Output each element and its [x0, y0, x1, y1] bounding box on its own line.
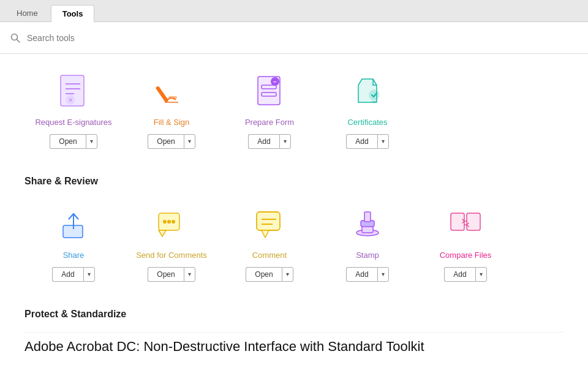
certificates-dropdown-button[interactable]: ▾	[377, 134, 389, 149]
stamp-dropdown-button[interactable]: ▾	[377, 267, 389, 282]
search-bar	[0, 22, 588, 54]
share-icon	[54, 205, 93, 244]
share-add-button[interactable]: Add	[52, 267, 83, 282]
svg-rect-24	[257, 212, 280, 230]
tab-tools[interactable]: Tools	[51, 5, 95, 22]
svg-point-23	[172, 220, 175, 224]
sendcomments-label: Send for Comments	[136, 251, 207, 261]
svg-rect-8	[156, 86, 169, 103]
svg-rect-31	[364, 212, 371, 222]
svg-rect-33	[467, 213, 480, 230]
svg-point-21	[163, 220, 167, 224]
search-icon	[10, 32, 21, 43]
share-review-tools: Share Add ▾ Send for Commen	[24, 199, 564, 290]
share-label: Share	[63, 251, 85, 261]
sendcomments-button-group: Open ▾	[148, 267, 195, 282]
comment-label: Comment	[252, 251, 287, 261]
comment-open-button[interactable]: Open	[246, 267, 281, 282]
esign-dropdown-button[interactable]: ▾	[86, 134, 97, 149]
share-dropdown-button[interactable]: ▾	[83, 267, 95, 282]
tab-bar: Home Tools	[0, 0, 588, 22]
fillsign-icon	[152, 72, 191, 111]
protect-standardize-section: Protect & Standardize	[24, 309, 564, 320]
fillsign-label: Fill & Sign	[154, 118, 190, 128]
comment-dropdown-button[interactable]: ▾	[282, 267, 293, 282]
bottom-title: Adobe Acrobat DC: Non-Destructive Interf…	[24, 332, 564, 355]
svg-text:−: −	[273, 78, 277, 85]
protect-standardize-heading: Protect & Standardize	[24, 309, 564, 320]
tool-request-esignatures: ✕ Request E-signatures Open ▾	[24, 66, 123, 157]
tool-compare-files: Compare Files Add ▾	[417, 199, 514, 290]
stamp-button-group: Add ▾	[346, 267, 388, 282]
comparefiles-label: Compare Files	[440, 251, 492, 261]
svg-text:✕: ✕	[68, 97, 73, 104]
tool-stamp: Stamp Add ▾	[318, 199, 417, 290]
comparefiles-add-button[interactable]: Add	[444, 267, 475, 282]
comparefiles-dropdown-button[interactable]: ▾	[475, 267, 487, 282]
svg-line-1	[17, 39, 20, 42]
certificates-label: Certificates	[347, 118, 387, 128]
share-review-section: Share & Review Share Add ▾	[24, 176, 564, 290]
tool-prepare-form: − Prepare Form Add ▾	[221, 66, 318, 157]
tool-comment: Comment Open ▾	[221, 199, 318, 290]
tab-home[interactable]: Home	[5, 4, 50, 21]
esign-icon: ✕	[54, 72, 93, 111]
sendcomments-open-button[interactable]: Open	[148, 267, 183, 282]
share-review-heading: Share & Review	[24, 176, 564, 187]
svg-marker-25	[262, 230, 269, 238]
esign-button-group: Open ▾	[50, 134, 97, 149]
fillsign-open-button[interactable]: Open	[148, 134, 183, 149]
esign-label: Request E-signatures	[35, 118, 111, 128]
fillsign-button-group: Open ▾	[148, 134, 195, 149]
prepareform-add-button[interactable]: Add	[248, 134, 279, 149]
svg-rect-32	[451, 213, 464, 230]
svg-marker-20	[159, 230, 166, 236]
tool-share: Share Add ▾	[24, 199, 123, 290]
certificates-button-group: Add ▾	[346, 134, 388, 149]
stamp-icon	[348, 205, 387, 244]
sendcomments-icon	[152, 205, 191, 244]
comparefiles-button-group: Add ▾	[444, 267, 486, 282]
tool-certificates: Certificates Add ▾	[318, 66, 417, 157]
prepareform-dropdown-button[interactable]: ▾	[279, 134, 291, 149]
certificates-add-button[interactable]: Add	[346, 134, 377, 149]
comment-button-group: Open ▾	[246, 267, 293, 282]
forms-signatures-section: ✕ Request E-signatures Open ▾ Fill & Sig…	[24, 66, 564, 157]
stamp-label: Stamp	[356, 251, 379, 261]
search-input[interactable]	[27, 33, 578, 43]
sendcomments-dropdown-button[interactable]: ▾	[184, 267, 195, 282]
comment-icon	[250, 205, 289, 244]
tool-send-comments: Send for Comments Open ▾	[123, 199, 221, 290]
prepareform-button-group: Add ▾	[248, 134, 290, 149]
svg-point-22	[167, 220, 171, 224]
stamp-add-button[interactable]: Add	[346, 267, 377, 282]
prepareform-icon: −	[250, 72, 289, 111]
prepareform-label: Prepare Form	[245, 118, 294, 128]
esign-open-button[interactable]: Open	[50, 134, 85, 149]
svg-point-16	[369, 90, 379, 100]
comparefiles-icon	[446, 205, 485, 244]
tool-fill-sign: Fill & Sign Open ▾	[123, 66, 221, 157]
certificates-icon	[348, 72, 387, 111]
fillsign-dropdown-button[interactable]: ▾	[184, 134, 195, 149]
main-content: ✕ Request E-signatures Open ▾ Fill & Sig…	[0, 54, 588, 392]
share-button-group: Add ▾	[52, 267, 94, 282]
